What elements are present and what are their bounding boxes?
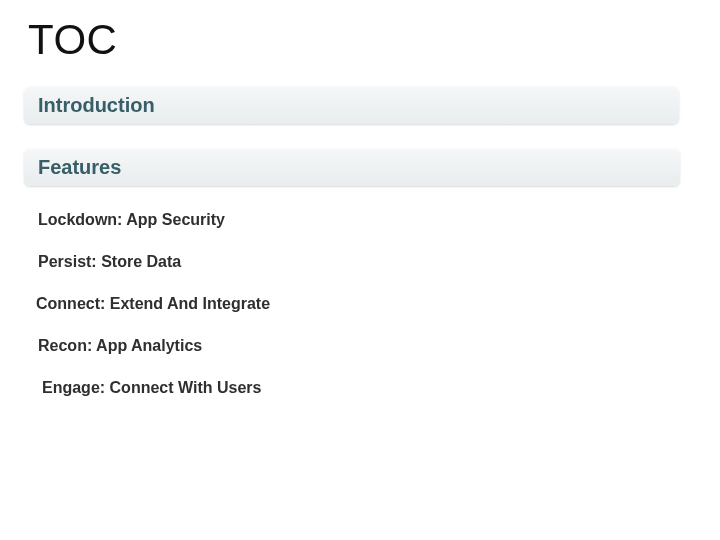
feature-item-lockdown: Lockdown: App Security — [38, 210, 225, 229]
feature-item-persist: Persist: Store Data — [38, 252, 181, 271]
section-introduction-label: Introduction — [38, 94, 155, 117]
page-title: TOC — [28, 16, 117, 64]
feature-item-engage: Engage: Connect With Users — [42, 378, 261, 397]
slide: TOC Introduction Features Lockdown: App … — [0, 0, 720, 540]
section-features: Features — [24, 148, 680, 186]
feature-item-recon: Recon: App Analytics — [38, 336, 202, 355]
feature-item-connect: Connect: Extend And Integrate — [36, 294, 270, 313]
section-features-label: Features — [38, 156, 121, 179]
section-introduction: Introduction — [24, 86, 679, 124]
